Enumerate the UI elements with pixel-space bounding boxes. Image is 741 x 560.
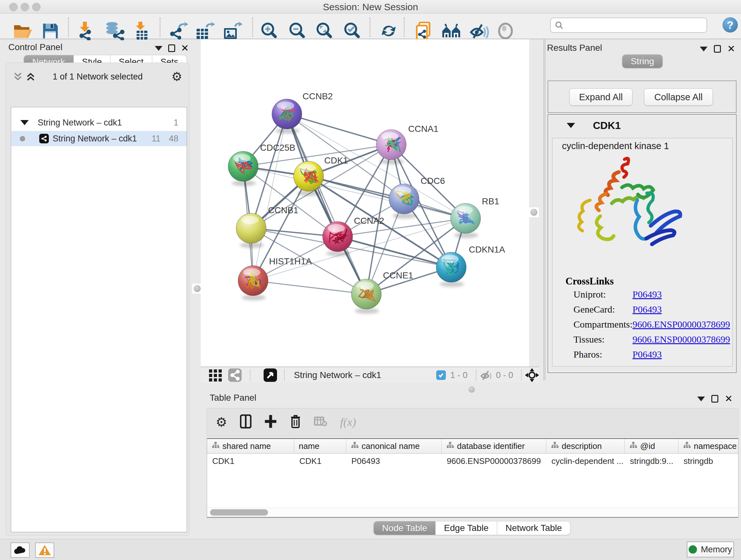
horizontal-scrollbar[interactable] <box>207 508 737 516</box>
panel-close-icon[interactable]: ✕ <box>727 44 735 54</box>
import-network-from-database-icon[interactable] <box>104 22 126 40</box>
delete-column-trash-icon[interactable] <box>290 414 301 430</box>
network-graph[interactable]: CCNB2CCNA1CDC25BCDK1CDC6RB1CCNB1CCNA2CDK… <box>201 39 529 367</box>
panel-float-icon[interactable] <box>711 395 718 402</box>
column-label: description <box>562 441 602 451</box>
node-table[interactable]: shared namenamecanonical namedatabase id… <box>207 438 738 518</box>
network-row-selected[interactable]: String Network – cdk1 11 48 <box>11 131 187 146</box>
node-RB1[interactable]: RB1 <box>451 196 499 233</box>
tab-string[interactable]: String <box>622 54 663 68</box>
results-panel-divider[interactable] <box>543 39 545 380</box>
right-splitter-handle[interactable] <box>529 207 539 218</box>
node-CDC25B[interactable]: CDC25B <box>228 143 295 181</box>
panel-collapse-icon[interactable] <box>155 46 162 51</box>
zoom-selected-region-icon[interactable] <box>343 22 361 40</box>
node-CCNA1[interactable]: CCNA1 <box>376 124 439 160</box>
apply-preferred-layout-icon[interactable] <box>380 23 398 39</box>
collapse-all-button[interactable]: Collapse All <box>644 88 713 106</box>
panel-float-icon[interactable] <box>714 45 721 53</box>
node-CDK1[interactable]: CDK1 <box>293 155 348 191</box>
table-cell[interactable]: stringdb <box>678 454 738 469</box>
warnings-button[interactable] <box>35 543 54 558</box>
collection-expander-icon[interactable] <box>20 120 29 125</box>
import-network-from-file-icon[interactable] <box>77 22 96 40</box>
show-columns-icon[interactable] <box>240 415 252 430</box>
save-session-icon[interactable] <box>42 22 59 40</box>
table-cell[interactable]: stringdb:9... <box>625 454 678 469</box>
network-view-icon[interactable] <box>228 368 242 382</box>
search-input[interactable] <box>563 20 706 30</box>
node-label-CCNB2: CCNB2 <box>302 91 333 101</box>
crosslink-value-link[interactable]: P06493 <box>632 289 662 300</box>
table-tabs: Node TableEdge TableNetwork Table <box>203 521 741 535</box>
node-CDKN1A[interactable]: CDKN1A <box>436 245 505 282</box>
tab-network-table[interactable]: Network Table <box>497 521 570 535</box>
table-cell[interactable]: 9606.ENSP00000378699 <box>442 454 546 469</box>
node-label-RB1: RB1 <box>482 196 499 206</box>
first-neighbors-icon[interactable] <box>441 23 461 39</box>
network-node-count: 11 <box>151 134 160 144</box>
zoom-out-icon[interactable] <box>288 22 306 40</box>
table-cell[interactable]: cyclin-dependent ... <box>546 454 625 469</box>
selected-nodes-checkbox[interactable] <box>436 370 446 380</box>
column-header-shared-name[interactable]: shared name <box>207 439 294 453</box>
column-header-canonical-name[interactable]: canonical name <box>346 439 442 453</box>
table-cell[interactable]: CDK1 <box>207 454 294 469</box>
table-panel: Table Panel ✕ ⚙ f(x) shared namenamecano… <box>203 382 741 539</box>
table-cell[interactable]: CDK1 <box>294 454 346 469</box>
crosslink-value-link[interactable]: P06493 <box>632 304 662 314</box>
crosslink-value-link[interactable]: 9606.ENSP00000378699 <box>632 319 730 329</box>
zoom-fit-content-icon[interactable] <box>315 22 333 40</box>
birds-eye-view-icon[interactable] <box>525 368 539 382</box>
node-CDC6[interactable]: CDC6 <box>389 176 445 214</box>
column-header-description[interactable]: description <box>546 439 625 453</box>
search-field[interactable] <box>550 17 707 33</box>
network-canvas[interactable]: CCNB2CCNA1CDC25BCDK1CDC6RB1CCNB1CCNA2CDK… <box>201 39 529 367</box>
hide-selected-icon[interactable] <box>470 23 489 39</box>
table-options-gear-icon[interactable]: ⚙ <box>216 415 227 429</box>
export-image-icon[interactable] <box>223 22 243 40</box>
column-type-icon <box>683 441 690 451</box>
panel-collapse-icon[interactable] <box>697 396 705 401</box>
column-header-name[interactable]: name <box>294 439 346 453</box>
network-options-gear-icon[interactable]: ⚙ <box>172 70 182 84</box>
add-column-icon[interactable] <box>264 415 277 430</box>
zoom-in-icon[interactable] <box>260 22 278 40</box>
crosslink-value-link[interactable]: 9606.ENSP00000378699 <box>632 334 730 345</box>
node-HIST1H1A[interactable]: HIST1H1A <box>238 256 312 296</box>
cloud-status-button[interactable] <box>10 543 30 558</box>
panel-close-icon[interactable]: ✕ <box>725 394 733 403</box>
table-row[interactable]: CDK1CDK1P064939606.ENSP00000378699cyclin… <box>207 454 738 469</box>
detach-view-icon[interactable] <box>264 368 277 382</box>
column-type-icon <box>551 441 558 451</box>
new-network-from-selection-icon[interactable] <box>415 22 433 40</box>
expand-all-button[interactable]: Expand All <box>569 88 632 106</box>
scrollbar-thumb[interactable] <box>210 509 268 516</box>
table-cell[interactable]: P06493 <box>346 454 442 469</box>
column-header--id[interactable]: @id <box>625 439 678 453</box>
grid-view-icon[interactable] <box>208 368 222 382</box>
gene-expander-icon[interactable] <box>567 123 575 128</box>
import-table-from-file-icon[interactable] <box>134 22 150 40</box>
crosslink-label: Tissues: <box>574 334 632 345</box>
show-all-icon[interactable] <box>497 23 514 39</box>
title-bar: Session: New Session <box>0 0 741 13</box>
tab-edge-table[interactable]: Edge Table <box>435 521 497 535</box>
tab-node-table[interactable]: Node Table <box>374 521 435 535</box>
node-CCNE1[interactable]: CCNE1 <box>351 270 413 309</box>
open-session-icon[interactable] <box>13 23 33 39</box>
export-network-icon[interactable] <box>169 22 188 40</box>
panel-float-icon[interactable] <box>168 44 175 52</box>
memory-button[interactable]: Memory <box>687 542 734 557</box>
column-header-database-identifier[interactable]: database identifier <box>442 439 546 453</box>
column-header-namespace[interactable]: namespace <box>678 439 738 453</box>
gene-section-header[interactable]: CDK1 <box>548 115 736 136</box>
network-collection-row[interactable]: String Network – cdk1 1 <box>11 115 187 130</box>
panel-collapse-icon[interactable] <box>700 47 708 51</box>
crosslink-value-link[interactable]: P06493 <box>632 349 662 360</box>
help-icon[interactable]: ? <box>723 17 738 33</box>
node-label-CCNE1: CCNE1 <box>383 270 413 280</box>
panel-close-icon[interactable]: ✕ <box>181 44 189 53</box>
view-toolbar-separator <box>284 369 285 381</box>
export-table-icon[interactable] <box>195 22 215 40</box>
